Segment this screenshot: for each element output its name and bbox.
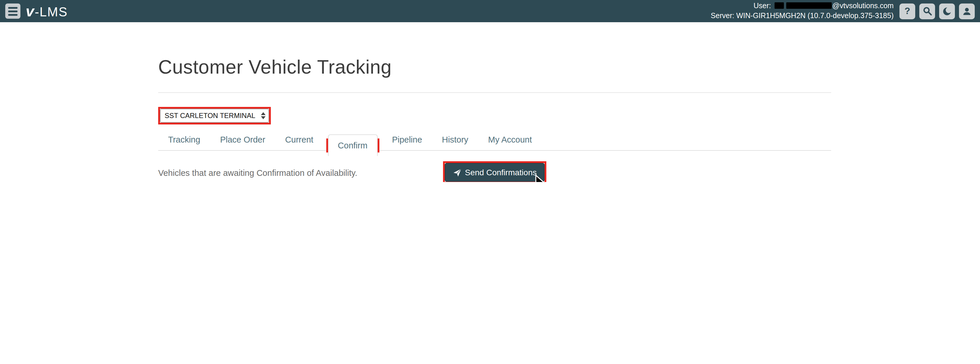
top-bar: v-LMS User:@vtvsolutions.com Server: WIN… (0, 0, 980, 22)
send-icon (453, 168, 461, 177)
server-line: Server: WIN-GIR1H5MGH2N (10.7.0-develop.… (711, 11, 894, 21)
select-arrows-icon (261, 112, 266, 119)
help-button[interactable]: ? (899, 3, 915, 19)
user-icon (962, 6, 972, 16)
logo-text: -LMS (35, 6, 68, 19)
page-title: Customer Vehicle Tracking (158, 56, 831, 78)
search-button[interactable] (919, 3, 935, 19)
redacted-email-local (786, 2, 832, 9)
account-button[interactable] (959, 3, 975, 19)
tab-confirm[interactable]: Confirm (328, 134, 378, 156)
logo-mark: v (26, 3, 34, 19)
redacted-user (775, 2, 784, 9)
tab-pipeline[interactable]: Pipeline (382, 129, 432, 150)
session-info: User:@vtvsolutions.com Server: WIN-GIR1H… (711, 1, 894, 21)
theme-button[interactable] (939, 3, 955, 19)
user-line: User:@vtvsolutions.com (711, 1, 894, 11)
screen: v-LMS User:@vtvsolutions.com Server: WIN… (0, 0, 980, 182)
title-divider (158, 92, 831, 93)
intro-text: Vehicles that are awaiting Confirmation … (158, 168, 357, 177)
menu-icon[interactable] (5, 3, 21, 19)
tab-history[interactable]: History (432, 129, 478, 150)
moon-icon (942, 6, 952, 16)
tab-place-order[interactable]: Place Order (210, 129, 275, 150)
app-logo[interactable]: v-LMS (26, 3, 68, 19)
terminal-select-value: SST CARLETON TERMINAL (165, 112, 255, 120)
tab-tracking[interactable]: Tracking (158, 129, 210, 150)
tab-my-account[interactable]: My Account (478, 129, 542, 150)
annotation-send-button: Send Confirmations (443, 161, 547, 182)
terminal-select[interactable]: SST CARLETON TERMINAL (160, 109, 269, 123)
tab-current[interactable]: Current (275, 129, 323, 150)
help-icon: ? (904, 6, 910, 16)
tab-bar: Tracking Place Order Current Confirm Pip… (158, 129, 831, 151)
send-confirmations-button[interactable]: Send Confirmations (444, 163, 545, 182)
search-icon (923, 6, 932, 16)
annotation-confirm-tab: Confirm (326, 139, 379, 153)
annotation-terminal-select: SST CARLETON TERMINAL (158, 107, 271, 125)
